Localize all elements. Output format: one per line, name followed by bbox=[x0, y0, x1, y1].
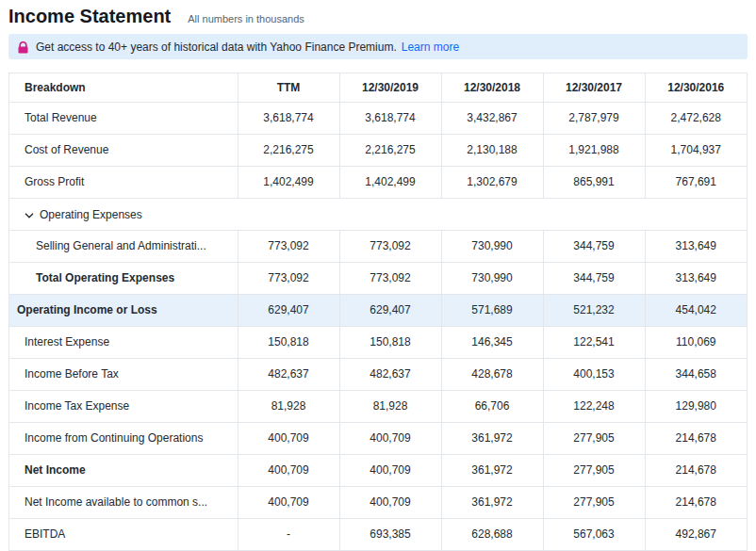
cell-value: 492,867 bbox=[645, 518, 747, 550]
cell-value: 767,691 bbox=[645, 166, 747, 198]
table-row: Income from Continuing Operations 400,70… bbox=[9, 422, 747, 454]
cell-value: 277,905 bbox=[543, 422, 645, 454]
row-label: Income from Continuing Operations bbox=[9, 422, 238, 454]
cell-value: 2,130,188 bbox=[441, 134, 543, 166]
cell-value: 361,972 bbox=[441, 486, 543, 518]
cell-value: 146,345 bbox=[441, 326, 543, 358]
cell-value: 400,709 bbox=[339, 486, 441, 518]
income-statement-table: Breakdown TTM 12/30/2019 12/30/2018 12/3… bbox=[8, 73, 748, 551]
chevron-down-icon bbox=[25, 213, 34, 219]
cell-value: 2,472,628 bbox=[645, 102, 747, 134]
cell-value: 400,709 bbox=[339, 422, 441, 454]
cell-value: 773,092 bbox=[339, 262, 441, 294]
row-label: Operating Income or Loss bbox=[9, 294, 238, 326]
cell-value: 344,759 bbox=[543, 262, 645, 294]
cell-value: 400,709 bbox=[238, 454, 339, 486]
cell-value: 214,678 bbox=[645, 422, 747, 454]
table-row: Selling General and Administrati... 773,… bbox=[9, 230, 747, 262]
cell-value bbox=[645, 198, 747, 230]
table-row: EBITDA - 693,385 628,688 567,063 492,867 bbox=[9, 518, 747, 550]
table-row: Net Income 400,709 400,709 361,972 277,9… bbox=[9, 454, 747, 486]
cell-value: - bbox=[238, 518, 339, 550]
row-label: Income Before Tax bbox=[9, 358, 238, 390]
cell-value: 400,709 bbox=[238, 422, 339, 454]
cell-value: 400,709 bbox=[339, 454, 441, 486]
table-header-row: Breakdown TTM 12/30/2019 12/30/2018 12/3… bbox=[9, 73, 747, 102]
cell-value: 2,787,979 bbox=[543, 102, 645, 134]
cell-value: 3,618,774 bbox=[238, 102, 339, 134]
cell-value bbox=[238, 198, 339, 230]
cell-value: 865,991 bbox=[543, 166, 645, 198]
cell-value: 344,759 bbox=[543, 230, 645, 262]
cell-value: 122,248 bbox=[543, 390, 645, 422]
cell-value: 277,905 bbox=[543, 486, 645, 518]
table-row: Income Tax Expense 81,928 81,928 66,706 … bbox=[9, 390, 747, 422]
row-label: Net Income available to common s... bbox=[9, 486, 238, 518]
cell-value: 122,541 bbox=[543, 326, 645, 358]
cell-value: 482,637 bbox=[339, 358, 441, 390]
row-label: EBITDA bbox=[9, 518, 238, 550]
table-row-expandable: Operating Expenses bbox=[9, 198, 747, 230]
cell-value: 773,092 bbox=[339, 230, 441, 262]
column-header-2018: 12/30/2018 bbox=[441, 73, 543, 102]
cell-value: 629,407 bbox=[238, 294, 339, 326]
cell-value: 730,990 bbox=[441, 262, 543, 294]
table-row: Income Before Tax 482,637 482,637 428,67… bbox=[9, 358, 747, 390]
table-row: Gross Profit 1,402,499 1,402,499 1,302,6… bbox=[9, 166, 747, 198]
column-header-2019: 12/30/2019 bbox=[339, 73, 441, 102]
cell-value: 482,637 bbox=[238, 358, 339, 390]
table-row: Net Income available to common s... 400,… bbox=[9, 486, 747, 518]
row-label: Interest Expense bbox=[9, 326, 238, 358]
cell-value: 1,402,499 bbox=[238, 166, 339, 198]
row-label: Selling General and Administrati... bbox=[9, 230, 238, 262]
cell-value: 3,618,774 bbox=[339, 102, 441, 134]
cell-value: 2,216,275 bbox=[339, 134, 441, 166]
row-label: Cost of Revenue bbox=[9, 134, 238, 166]
row-label: Net Income bbox=[9, 454, 238, 486]
cell-value: 773,092 bbox=[238, 262, 339, 294]
cell-value: 454,042 bbox=[645, 294, 747, 326]
cell-value: 1,704,937 bbox=[645, 134, 747, 166]
cell-value: 571,689 bbox=[441, 294, 543, 326]
learn-more-link[interactable]: Learn more bbox=[402, 41, 459, 54]
table-row: Total Revenue 3,618,774 3,618,774 3,432,… bbox=[9, 102, 747, 134]
cell-value: 428,678 bbox=[441, 358, 543, 390]
lock-icon bbox=[18, 41, 28, 54]
cell-value: 361,972 bbox=[441, 422, 543, 454]
cell-value: 773,092 bbox=[238, 230, 339, 262]
cell-value: 129,980 bbox=[645, 390, 747, 422]
cell-value: 567,063 bbox=[543, 518, 645, 550]
cell-value bbox=[441, 198, 543, 230]
row-label: Income Tax Expense bbox=[9, 390, 238, 422]
cell-value: 693,385 bbox=[339, 518, 441, 550]
cell-value: 521,232 bbox=[543, 294, 645, 326]
section-label: Operating Expenses bbox=[40, 208, 142, 221]
column-header-2016: 12/30/2016 bbox=[645, 73, 747, 102]
column-header-ttm: TTM bbox=[238, 73, 339, 102]
cell-value: 277,905 bbox=[543, 454, 645, 486]
table-row: Cost of Revenue 2,216,275 2,216,275 2,13… bbox=[9, 134, 747, 166]
cell-value: 400,709 bbox=[238, 486, 339, 518]
column-header-2017: 12/30/2017 bbox=[543, 73, 645, 102]
cell-value: 1,921,988 bbox=[543, 134, 645, 166]
cell-value: 730,990 bbox=[441, 230, 543, 262]
cell-value: 400,153 bbox=[543, 358, 645, 390]
row-label: Total Revenue bbox=[9, 102, 238, 134]
cell-value: 66,706 bbox=[441, 390, 543, 422]
row-label: Operating Expenses bbox=[9, 198, 238, 230]
cell-value: 214,678 bbox=[645, 486, 747, 518]
cell-value: 628,688 bbox=[441, 518, 543, 550]
row-label: Total Operating Expenses bbox=[9, 262, 238, 294]
cell-value: 629,407 bbox=[339, 294, 441, 326]
units-note: All numbers in thousands bbox=[188, 13, 304, 24]
cell-value: 150,818 bbox=[238, 326, 339, 358]
premium-banner-text: Get access to 40+ years of historical da… bbox=[36, 41, 397, 54]
operating-expenses-toggle[interactable]: Operating Expenses bbox=[25, 208, 142, 221]
cell-value: 110,069 bbox=[645, 326, 747, 358]
cell-value bbox=[339, 198, 441, 230]
cell-value: 3,432,867 bbox=[441, 102, 543, 134]
page-title: Income Statement bbox=[8, 6, 171, 27]
table-row-highlighted: Operating Income or Loss 629,407 629,407… bbox=[9, 294, 747, 326]
premium-banner: Get access to 40+ years of historical da… bbox=[8, 34, 748, 59]
cell-value: 150,818 bbox=[339, 326, 441, 358]
